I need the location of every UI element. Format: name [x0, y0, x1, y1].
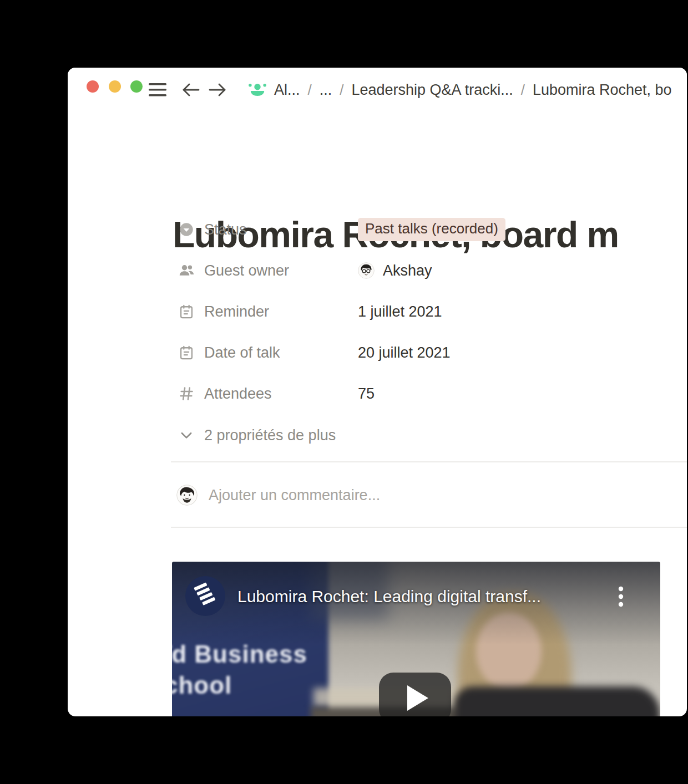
avatar — [358, 262, 375, 279]
property-label: Attendees — [204, 385, 358, 403]
breadcrumb-separator: / — [308, 82, 312, 99]
youtube-embed[interactable]: ïd Business chool Lubomira Rochet: Leadi… — [172, 562, 660, 716]
more-properties-label: 2 propriétés de plus — [204, 427, 336, 444]
breadcrumb-separator: / — [340, 82, 343, 99]
close-window-button[interactable] — [87, 80, 99, 93]
workspace-page-icon — [247, 82, 267, 98]
chevron-down-icon — [179, 427, 194, 443]
forward-arrow-icon[interactable] — [209, 82, 226, 98]
minimize-window-button[interactable] — [109, 80, 121, 93]
titlebar: Al... / ... / Leadership Q&A tracki... /… — [68, 68, 687, 108]
sidebar-menu-icon[interactable] — [149, 83, 166, 97]
divider — [171, 527, 687, 528]
breadcrumb-current[interactable]: Lubomira Rochet, bo — [533, 82, 672, 99]
hash-icon — [179, 386, 194, 401]
calendar-icon — [179, 304, 194, 319]
breadcrumb-parent[interactable]: Leadership Q&A tracki... — [352, 82, 513, 99]
back-arrow-icon[interactable] — [182, 82, 200, 98]
status-tag[interactable]: Past talks (recorded) — [358, 218, 505, 241]
property-label: Reminder — [204, 303, 358, 320]
property-row-date-of-talk[interactable]: Date of talk 20 juillet 2021 — [179, 342, 451, 363]
guest-owner-value[interactable]: Akshay — [358, 262, 432, 279]
reminder-value[interactable]: 1 juillet 2021 — [358, 303, 442, 320]
channel-logo[interactable] — [185, 576, 226, 617]
play-icon — [407, 685, 428, 711]
kebab-menu-icon[interactable] — [615, 586, 626, 608]
breadcrumb-separator: / — [521, 82, 525, 99]
breadcrumb-workspace[interactable]: Al... — [274, 82, 300, 99]
zoom-window-button[interactable] — [130, 80, 143, 93]
calendar-icon — [179, 345, 194, 360]
property-row-guest-owner[interactable]: Guest owner Akshay — [179, 260, 432, 281]
people-icon — [179, 263, 194, 278]
property-label: Date of talk — [204, 344, 358, 362]
banner-text-line2: chool — [172, 671, 232, 699]
divider — [171, 461, 687, 462]
person-name: Akshay — [383, 262, 432, 279]
comment-placeholder: Ajouter un commentaire... — [209, 487, 380, 504]
add-comment-field[interactable]: Ajouter un commentaire... — [176, 484, 380, 506]
property-row-reminder[interactable]: Reminder 1 juillet 2021 — [179, 301, 442, 322]
property-label: Status — [204, 221, 358, 238]
attendees-value[interactable]: 75 — [358, 385, 375, 403]
property-row-attendees[interactable]: Attendees 75 — [179, 383, 375, 404]
play-button[interactable] — [379, 673, 451, 716]
avatar — [176, 485, 198, 506]
more-properties-toggle[interactable]: 2 propriétés de plus — [179, 425, 336, 445]
notion-window: Al... / ... / Leadership Q&A tracki... /… — [68, 68, 687, 716]
date-of-talk-value[interactable]: 20 juillet 2021 — [358, 344, 451, 362]
property-row-status[interactable]: Status Past talks (recorded) — [179, 219, 505, 240]
breadcrumb: Al... / ... / Leadership Q&A tracki... /… — [149, 78, 672, 102]
thumbnail-person-blazer — [454, 686, 660, 716]
select-icon — [179, 222, 194, 237]
property-label: Guest owner — [204, 262, 358, 279]
breadcrumb-ellipsis[interactable]: ... — [320, 82, 332, 99]
video-title[interactable]: Lubomira Rochet: Leading digital transf.… — [237, 587, 541, 606]
